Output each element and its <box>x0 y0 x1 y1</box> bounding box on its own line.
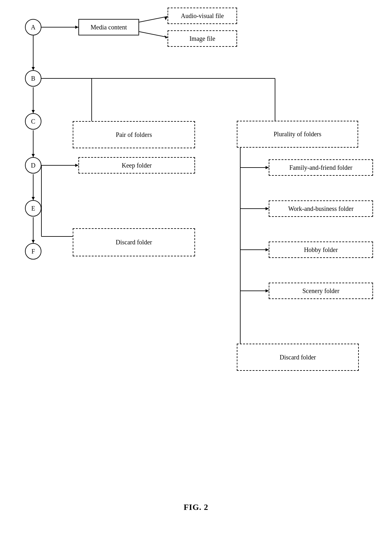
node-D: D <box>25 157 41 174</box>
svg-marker-5 <box>164 16 168 20</box>
node-A: A <box>25 19 41 35</box>
svg-marker-26 <box>32 197 35 200</box>
pair-of-folders-node: Pair of folders <box>73 121 195 148</box>
svg-marker-18 <box>32 154 35 157</box>
node-C: C <box>25 113 41 130</box>
svg-marker-1 <box>32 67 35 70</box>
svg-marker-37 <box>266 248 269 251</box>
svg-marker-34 <box>266 207 269 210</box>
scenery-node: Scenery folder <box>269 283 373 299</box>
keep-folder-node: Keep folder <box>78 157 195 174</box>
audio-visual-node: Audio-visual file <box>168 8 237 24</box>
svg-marker-3 <box>75 26 78 29</box>
work-business-node: Work-and-business folder <box>269 200 373 217</box>
svg-line-6 <box>139 32 168 37</box>
discard-folder-right-node: Discard folder <box>237 344 359 371</box>
hobby-node: Hobby folder <box>269 242 373 258</box>
svg-marker-31 <box>266 166 269 169</box>
family-friend-node: Family-and-friend folder <box>269 159 373 176</box>
plurality-of-folders-node: Plurality of folders <box>237 121 358 148</box>
media-content-node: Media content <box>78 19 139 35</box>
diagram: A B C D E F Media content Audio-visual f… <box>0 0 392 522</box>
svg-marker-9 <box>32 110 35 113</box>
svg-marker-28 <box>32 240 35 243</box>
svg-line-4 <box>139 16 168 22</box>
node-B: B <box>25 70 41 87</box>
image-file-node: Image file <box>168 30 237 47</box>
node-F: F <box>25 243 41 260</box>
discard-folder-left-node: Discard folder <box>73 228 195 256</box>
svg-marker-20 <box>75 164 78 167</box>
diagram-lines <box>0 0 392 522</box>
svg-marker-40 <box>266 289 269 292</box>
node-E: E <box>25 200 41 217</box>
